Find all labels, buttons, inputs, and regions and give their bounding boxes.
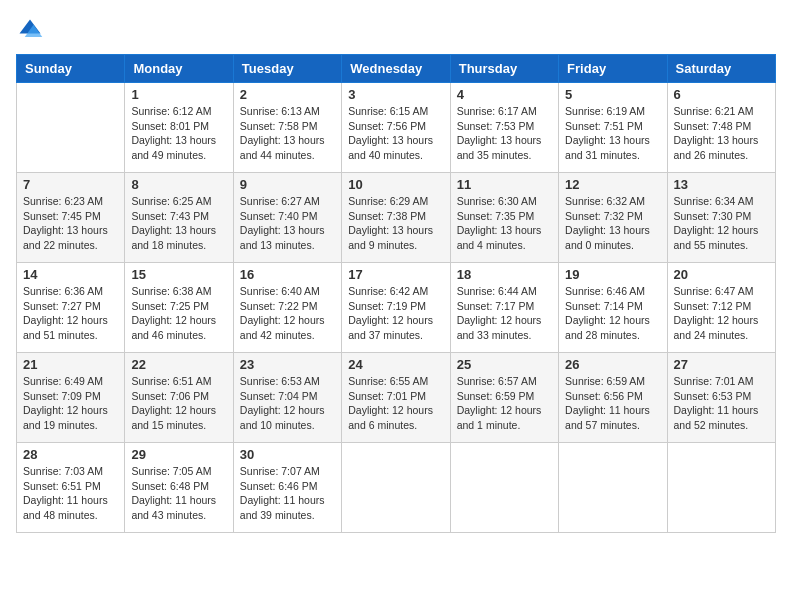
day-number: 20	[674, 267, 769, 282]
day-info: Sunrise: 6:38 AM Sunset: 7:25 PM Dayligh…	[131, 284, 226, 343]
day-info: Sunrise: 6:47 AM Sunset: 7:12 PM Dayligh…	[674, 284, 769, 343]
day-number: 2	[240, 87, 335, 102]
day-info: Sunrise: 6:51 AM Sunset: 7:06 PM Dayligh…	[131, 374, 226, 433]
weekday-header-thursday: Thursday	[450, 55, 558, 83]
day-info: Sunrise: 6:17 AM Sunset: 7:53 PM Dayligh…	[457, 104, 552, 163]
calendar-cell: 30Sunrise: 7:07 AM Sunset: 6:46 PM Dayli…	[233, 443, 341, 533]
day-info: Sunrise: 6:59 AM Sunset: 6:56 PM Dayligh…	[565, 374, 660, 433]
calendar-week-row: 1Sunrise: 6:12 AM Sunset: 8:01 PM Daylig…	[17, 83, 776, 173]
day-number: 1	[131, 87, 226, 102]
day-info: Sunrise: 6:15 AM Sunset: 7:56 PM Dayligh…	[348, 104, 443, 163]
calendar-body: 1Sunrise: 6:12 AM Sunset: 8:01 PM Daylig…	[17, 83, 776, 533]
day-number: 8	[131, 177, 226, 192]
day-number: 16	[240, 267, 335, 282]
day-info: Sunrise: 6:34 AM Sunset: 7:30 PM Dayligh…	[674, 194, 769, 253]
day-info: Sunrise: 6:27 AM Sunset: 7:40 PM Dayligh…	[240, 194, 335, 253]
day-info: Sunrise: 7:03 AM Sunset: 6:51 PM Dayligh…	[23, 464, 118, 523]
calendar-cell: 3Sunrise: 6:15 AM Sunset: 7:56 PM Daylig…	[342, 83, 450, 173]
calendar-cell: 2Sunrise: 6:13 AM Sunset: 7:58 PM Daylig…	[233, 83, 341, 173]
day-info: Sunrise: 6:40 AM Sunset: 7:22 PM Dayligh…	[240, 284, 335, 343]
day-number: 13	[674, 177, 769, 192]
day-number: 3	[348, 87, 443, 102]
day-number: 26	[565, 357, 660, 372]
calendar-cell: 7Sunrise: 6:23 AM Sunset: 7:45 PM Daylig…	[17, 173, 125, 263]
calendar-cell: 16Sunrise: 6:40 AM Sunset: 7:22 PM Dayli…	[233, 263, 341, 353]
calendar-week-row: 7Sunrise: 6:23 AM Sunset: 7:45 PM Daylig…	[17, 173, 776, 263]
day-info: Sunrise: 6:21 AM Sunset: 7:48 PM Dayligh…	[674, 104, 769, 163]
page-header	[16, 16, 776, 44]
day-number: 27	[674, 357, 769, 372]
calendar-cell: 20Sunrise: 6:47 AM Sunset: 7:12 PM Dayli…	[667, 263, 775, 353]
calendar-cell: 23Sunrise: 6:53 AM Sunset: 7:04 PM Dayli…	[233, 353, 341, 443]
logo-icon	[16, 16, 44, 44]
day-number: 11	[457, 177, 552, 192]
calendar-cell: 1Sunrise: 6:12 AM Sunset: 8:01 PM Daylig…	[125, 83, 233, 173]
day-info: Sunrise: 6:49 AM Sunset: 7:09 PM Dayligh…	[23, 374, 118, 433]
day-info: Sunrise: 6:29 AM Sunset: 7:38 PM Dayligh…	[348, 194, 443, 253]
day-info: Sunrise: 6:46 AM Sunset: 7:14 PM Dayligh…	[565, 284, 660, 343]
calendar-cell: 18Sunrise: 6:44 AM Sunset: 7:17 PM Dayli…	[450, 263, 558, 353]
calendar-cell: 19Sunrise: 6:46 AM Sunset: 7:14 PM Dayli…	[559, 263, 667, 353]
calendar-cell: 5Sunrise: 6:19 AM Sunset: 7:51 PM Daylig…	[559, 83, 667, 173]
day-number: 28	[23, 447, 118, 462]
day-number: 23	[240, 357, 335, 372]
day-number: 19	[565, 267, 660, 282]
calendar-cell	[559, 443, 667, 533]
day-info: Sunrise: 6:36 AM Sunset: 7:27 PM Dayligh…	[23, 284, 118, 343]
day-number: 18	[457, 267, 552, 282]
day-info: Sunrise: 6:57 AM Sunset: 6:59 PM Dayligh…	[457, 374, 552, 433]
day-number: 17	[348, 267, 443, 282]
day-info: Sunrise: 6:12 AM Sunset: 8:01 PM Dayligh…	[131, 104, 226, 163]
day-info: Sunrise: 6:23 AM Sunset: 7:45 PM Dayligh…	[23, 194, 118, 253]
day-info: Sunrise: 6:32 AM Sunset: 7:32 PM Dayligh…	[565, 194, 660, 253]
day-info: Sunrise: 6:55 AM Sunset: 7:01 PM Dayligh…	[348, 374, 443, 433]
weekday-header-row: SundayMondayTuesdayWednesdayThursdayFrid…	[17, 55, 776, 83]
calendar-cell	[342, 443, 450, 533]
day-number: 9	[240, 177, 335, 192]
calendar-header: SundayMondayTuesdayWednesdayThursdayFrid…	[17, 55, 776, 83]
calendar-cell: 26Sunrise: 6:59 AM Sunset: 6:56 PM Dayli…	[559, 353, 667, 443]
day-number: 29	[131, 447, 226, 462]
calendar-cell: 24Sunrise: 6:55 AM Sunset: 7:01 PM Dayli…	[342, 353, 450, 443]
calendar-cell: 12Sunrise: 6:32 AM Sunset: 7:32 PM Dayli…	[559, 173, 667, 263]
calendar-cell	[17, 83, 125, 173]
day-info: Sunrise: 6:30 AM Sunset: 7:35 PM Dayligh…	[457, 194, 552, 253]
day-number: 15	[131, 267, 226, 282]
day-info: Sunrise: 6:44 AM Sunset: 7:17 PM Dayligh…	[457, 284, 552, 343]
day-number: 10	[348, 177, 443, 192]
calendar-week-row: 28Sunrise: 7:03 AM Sunset: 6:51 PM Dayli…	[17, 443, 776, 533]
calendar-cell: 9Sunrise: 6:27 AM Sunset: 7:40 PM Daylig…	[233, 173, 341, 263]
day-number: 22	[131, 357, 226, 372]
day-info: Sunrise: 6:13 AM Sunset: 7:58 PM Dayligh…	[240, 104, 335, 163]
day-info: Sunrise: 7:07 AM Sunset: 6:46 PM Dayligh…	[240, 464, 335, 523]
weekday-header-friday: Friday	[559, 55, 667, 83]
calendar-cell: 15Sunrise: 6:38 AM Sunset: 7:25 PM Dayli…	[125, 263, 233, 353]
calendar-cell: 28Sunrise: 7:03 AM Sunset: 6:51 PM Dayli…	[17, 443, 125, 533]
calendar-cell: 11Sunrise: 6:30 AM Sunset: 7:35 PM Dayli…	[450, 173, 558, 263]
day-number: 25	[457, 357, 552, 372]
day-number: 14	[23, 267, 118, 282]
weekday-header-tuesday: Tuesday	[233, 55, 341, 83]
calendar-cell: 8Sunrise: 6:25 AM Sunset: 7:43 PM Daylig…	[125, 173, 233, 263]
calendar-cell: 17Sunrise: 6:42 AM Sunset: 7:19 PM Dayli…	[342, 263, 450, 353]
calendar-cell: 25Sunrise: 6:57 AM Sunset: 6:59 PM Dayli…	[450, 353, 558, 443]
weekday-header-wednesday: Wednesday	[342, 55, 450, 83]
calendar-cell: 6Sunrise: 6:21 AM Sunset: 7:48 PM Daylig…	[667, 83, 775, 173]
day-info: Sunrise: 6:42 AM Sunset: 7:19 PM Dayligh…	[348, 284, 443, 343]
logo	[16, 16, 44, 44]
calendar-cell: 13Sunrise: 6:34 AM Sunset: 7:30 PM Dayli…	[667, 173, 775, 263]
day-number: 7	[23, 177, 118, 192]
calendar-cell: 14Sunrise: 6:36 AM Sunset: 7:27 PM Dayli…	[17, 263, 125, 353]
day-info: Sunrise: 6:25 AM Sunset: 7:43 PM Dayligh…	[131, 194, 226, 253]
day-info: Sunrise: 7:05 AM Sunset: 6:48 PM Dayligh…	[131, 464, 226, 523]
day-number: 30	[240, 447, 335, 462]
calendar-cell	[667, 443, 775, 533]
calendar-week-row: 14Sunrise: 6:36 AM Sunset: 7:27 PM Dayli…	[17, 263, 776, 353]
day-number: 5	[565, 87, 660, 102]
calendar-table: SundayMondayTuesdayWednesdayThursdayFrid…	[16, 54, 776, 533]
calendar-cell: 21Sunrise: 6:49 AM Sunset: 7:09 PM Dayli…	[17, 353, 125, 443]
calendar-cell: 22Sunrise: 6:51 AM Sunset: 7:06 PM Dayli…	[125, 353, 233, 443]
weekday-header-sunday: Sunday	[17, 55, 125, 83]
day-number: 24	[348, 357, 443, 372]
day-number: 12	[565, 177, 660, 192]
